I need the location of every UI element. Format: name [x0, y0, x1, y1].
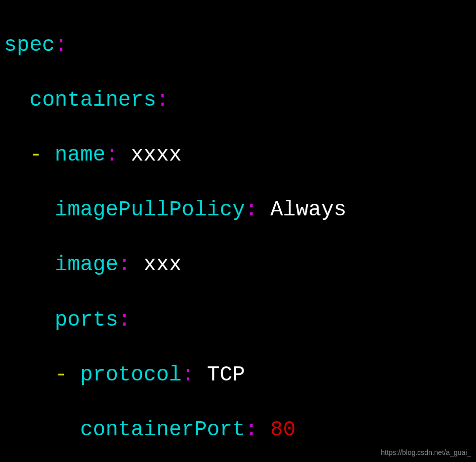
indent	[4, 363, 55, 387]
yaml-colon: :	[118, 308, 131, 332]
yaml-colon: :	[156, 88, 169, 112]
code-line-3: - name: xxxx	[4, 141, 472, 169]
indent	[4, 143, 29, 167]
yaml-colon: :	[106, 143, 131, 167]
watermark-text: https://blog.csdn.net/a_guai_	[381, 448, 471, 457]
yaml-value: 80	[270, 418, 295, 442]
indent	[4, 308, 55, 332]
yaml-dash: -	[55, 363, 80, 387]
yaml-key: ports	[55, 308, 118, 332]
code-line-8: containerPort: 80	[4, 416, 472, 444]
yaml-key: imagePullPolicy	[55, 198, 245, 222]
indent	[4, 88, 29, 112]
code-line-2: containers:	[4, 87, 472, 114]
code-line-5: image: xxx	[4, 251, 472, 279]
yaml-key: name	[55, 143, 106, 167]
yaml-key: containerPort	[80, 418, 245, 442]
yaml-colon: :	[245, 198, 270, 222]
indent	[4, 418, 80, 442]
yaml-key: containers	[29, 88, 156, 112]
yaml-value: TCP	[207, 363, 245, 387]
code-line-4: imagePullPolicy: Always	[4, 196, 472, 224]
yaml-code-block: spec: containers: - name: xxxx imagePull…	[4, 4, 472, 462]
code-line-7: - protocol: TCP	[4, 361, 472, 389]
yaml-key: image	[55, 253, 118, 277]
yaml-dash: -	[29, 143, 54, 167]
yaml-colon: :	[245, 418, 270, 442]
indent	[4, 253, 55, 277]
yaml-value: xxxx	[131, 143, 182, 167]
code-line-6: ports:	[4, 306, 472, 334]
code-line-1: spec:	[4, 32, 472, 59]
yaml-value: xxx	[143, 253, 182, 277]
yaml-key: protocol	[80, 363, 182, 387]
yaml-key: spec	[4, 33, 55, 57]
yaml-colon: :	[55, 33, 67, 57]
yaml-value: Always	[270, 198, 346, 222]
indent	[4, 198, 55, 222]
yaml-colon: :	[118, 253, 143, 277]
yaml-colon: :	[182, 363, 207, 387]
